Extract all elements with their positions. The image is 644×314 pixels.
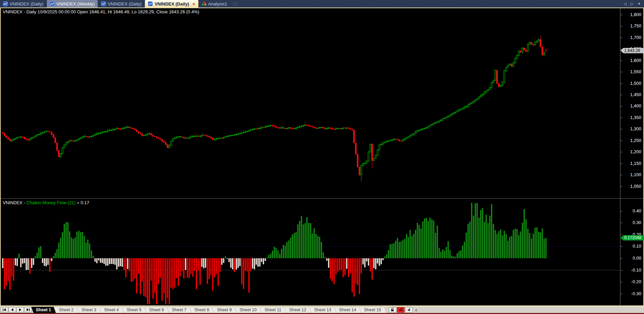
axis-tick (620, 258, 622, 259)
price-axis-label: 1,550 (622, 69, 641, 74)
chart-icon (50, 1, 55, 6)
last-sheet-icon (26, 308, 30, 311)
axis-tick (620, 282, 622, 282)
window-tab-2[interactable]: VNINDEX (Weekly) (47, 0, 98, 8)
window-tab-5[interactable]: Analysis1 (198, 0, 231, 8)
price-axis-label: 1,100 (622, 172, 641, 177)
indicator-value-tag: 0.172048 (620, 235, 644, 240)
sheet-tab-11[interactable]: Sheet 11 (260, 306, 286, 313)
sheet-tools: ◂S ◂I ‹ (389, 307, 417, 313)
application-window: VNINDEX (Daily)VNINDEX (Weekly)VNINDEX (… (0, 0, 644, 314)
sheet-tab-8[interactable]: Sheet 8 (190, 306, 214, 313)
indicator-title: VNINDEX - Chaikin Money Flow (21) = 0.17 (3, 200, 89, 205)
axis-tick (620, 152, 622, 152)
axis-tick (620, 15, 622, 15)
axis-tick (620, 83, 622, 84)
sheet-tab-bar: Sheet 1Sheet 2Sheet 3Sheet 4Sheet 5Sheet… (0, 306, 644, 313)
price-axis-label: 1,800 (622, 12, 641, 17)
close-tab-icon[interactable]: × (193, 2, 195, 6)
lock-icon[interactable] (389, 307, 396, 313)
dock-indicator-icon (231, 0, 239, 8)
window-tab-1[interactable]: VNINDEX (Daily) (0, 0, 47, 8)
sheet-tab-9[interactable]: Sheet 9 (212, 306, 236, 313)
sheet-nav-buttons (1, 307, 32, 313)
sheet-tab-2[interactable]: Sheet 2 (54, 306, 78, 313)
indicator-title-symbol: VNINDEX - (3, 200, 26, 205)
price-axis-label: 1,250 (622, 138, 641, 143)
window-tab-label: VNINDEX (Weekly) (56, 1, 95, 6)
sheet-tab-3[interactable]: Sheet 3 (77, 306, 101, 313)
value-axis-line[interactable] (620, 8, 620, 305)
sheet-tab-6[interactable]: Sheet 6 (145, 306, 169, 313)
axis-tick (620, 129, 622, 129)
axis-tick (620, 235, 622, 235)
sheet-tab-15[interactable]: Sheet 15 (359, 306, 386, 313)
price-and-indicator-plot[interactable] (0, 0, 644, 314)
scroll-tabs-left-icon[interactable]: ◁ (624, 2, 626, 6)
sheet-tab-14[interactable]: Sheet 14 (334, 306, 361, 313)
indicator-axis-label: -0.30 (622, 291, 641, 296)
chart-icon (3, 1, 8, 6)
axis-tick (620, 294, 622, 294)
price-axis-label: 1,700 (622, 35, 641, 40)
analysis-icon (202, 1, 206, 6)
axis-tick (620, 163, 622, 164)
panel-separator[interactable] (1, 198, 643, 199)
price-chart-title: VNINDEX - Daily 10/9/2025 00:00:00 Open … (3, 9, 199, 14)
prev-sheet-icon (10, 308, 14, 311)
first-sheet-button[interactable] (1, 307, 8, 313)
axis-tick (620, 61, 622, 61)
axis-tick (620, 72, 622, 72)
sheet-tab-7[interactable]: Sheet 7 (167, 306, 191, 313)
scroll-tabs-right-icon[interactable]: ▷ (631, 2, 633, 6)
sheet-tab-1[interactable]: Sheet 1 (31, 306, 56, 313)
axis-tick (620, 95, 622, 95)
axis-tick (620, 175, 622, 175)
axis-tick (620, 141, 622, 141)
price-axis-label: 1,050 (622, 184, 641, 189)
sheet-tab-12[interactable]: Sheet 12 (284, 306, 311, 313)
prev-sheet-button[interactable] (9, 307, 16, 313)
price-axis-label: 1,500 (622, 81, 641, 86)
price-axis-label: 1,600 (622, 58, 641, 63)
symbol-link-button[interactable]: ◂S (397, 307, 405, 313)
last-price-tag: 1,643.26 (620, 48, 644, 53)
last-sheet-button[interactable] (24, 307, 32, 313)
price-axis-label: 1,300 (622, 126, 641, 131)
window-tab-label: VNINDEX (Daily) (108, 1, 141, 6)
next-sheet-button[interactable] (16, 307, 24, 313)
price-axis-label: 1,200 (622, 149, 641, 154)
axis-tick (620, 270, 622, 271)
axis-tick (620, 211, 622, 211)
chart-icon (148, 1, 153, 6)
axis-tick (620, 38, 622, 38)
chart-icon (101, 1, 106, 6)
axis-tick (620, 186, 622, 187)
window-tab-bar: VNINDEX (Daily)VNINDEX (Weekly)VNINDEX (… (0, 0, 644, 8)
price-axis-label: 1,400 (622, 103, 641, 108)
indicator-title-name: Chaikin Money Flow (21) (26, 200, 76, 205)
collapse-sheetbar-icon[interactable]: ‹ (415, 307, 417, 313)
window-tabs: VNINDEX (Daily)VNINDEX (Weekly)VNINDEX (… (0, 0, 231, 8)
sheet-tab-5[interactable]: Sheet 5 (122, 306, 146, 313)
window-tab-3[interactable]: VNINDEX (Daily) (98, 0, 145, 8)
sheet-tab-13[interactable]: Sheet 13 (309, 306, 336, 313)
indicator-axis-label: 0.10 (622, 244, 641, 249)
interval-link-button[interactable]: ◂I (405, 307, 413, 313)
next-sheet-icon (18, 308, 22, 311)
window-tab-label: VNINDEX (Daily) (154, 1, 189, 6)
tab-scroll-controls: ◁ ▷ ▼ (624, 0, 644, 8)
tab-list-menu-icon[interactable]: ▼ (638, 2, 641, 5)
indicator-axis-label: -0.10 (622, 267, 641, 273)
price-axis-label: 1,450 (622, 92, 641, 97)
window-tab-4[interactable]: VNINDEX (Daily)× (145, 0, 198, 8)
axis-tick (620, 223, 622, 223)
chart-canvas[interactable] (0, 0, 644, 314)
sheet-tab-4[interactable]: Sheet 4 (99, 306, 124, 313)
window-tab-label: VNINDEX (Daily) (10, 1, 43, 6)
sheet-tabs: Sheet 1Sheet 2Sheet 3Sheet 4Sheet 5Sheet… (33, 306, 386, 313)
axis-tick (620, 118, 622, 118)
sheet-tab-10[interactable]: Sheet 10 (235, 306, 261, 313)
first-sheet-icon (2, 308, 6, 311)
indicator-axis-label: 0.30 (622, 220, 641, 225)
